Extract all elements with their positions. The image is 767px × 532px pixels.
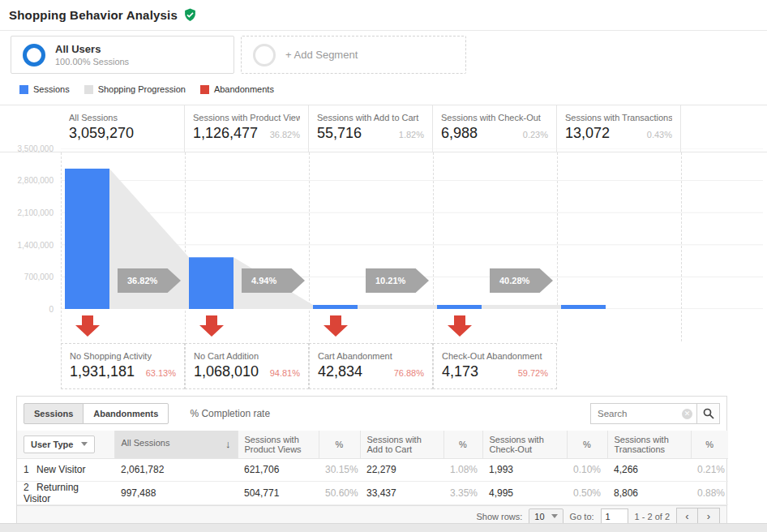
tab-abandonments[interactable]: Abandonments [83,403,169,424]
add-to-cart-pct: 3.35% [443,481,482,504]
add-to-cart-pct: 1.08% [443,458,482,481]
add-segment-ring-icon [253,44,276,66]
title-bar: Shopping Behavior Analysis [0,0,767,31]
table-tabs-bar: Sessions Abandonments % Completion rate … [17,397,726,431]
table-row: 2Returning Visitor 997,488 504,771 50.60… [17,481,728,504]
product-views-value: 504,771 [238,481,319,504]
progression-arrow-2: 4.94% [242,268,305,293]
abandon-no-shopping-activity: No Shopping Activity 1,931,18163.13% [61,343,185,389]
pagination-range: 1 - 2 of 2 [635,512,670,521]
goto-label: Go to: [570,512,594,521]
segment-ring-icon [23,44,45,66]
add-segment-button[interactable]: + Add Segment [241,36,466,74]
legend-abandonments-swatch-icon [200,85,209,94]
product-views-pct: 50.60% [319,481,360,504]
add-to-cart-value: 22,279 [360,458,443,481]
sort-descending-icon[interactable]: ↓ [225,438,231,450]
abandon-cart-abandonment: Cart Abandonment 42,83476.88% [309,343,433,389]
show-rows-label: Show rows: [477,512,523,521]
legend-abandonments: Abandonments [200,84,274,94]
column-header-percent[interactable]: % [443,431,482,458]
legend-sessions: Sessions [19,84,70,94]
stage-all-sessions: All Sessions 3,059,270 [61,105,185,152]
shopping-behavior-page: Shopping Behavior Analysis All Users 100… [0,0,767,532]
user-type-value: New Visitor [36,464,85,475]
progression-arrow-3: 10.21% [366,268,429,293]
transactions-value: 4,266 [607,458,691,481]
column-header-transactions[interactable]: Sessions with Transactions [607,431,691,458]
column-header-add-to-cart[interactable]: Sessions with Add to Cart [360,431,443,458]
column-header-product-views[interactable]: Sessions with Product Views [238,431,319,458]
table-row: 1New Visitor 2,061,782 621,706 30.15% 22… [17,458,728,481]
progression-arrow-4: 40.28% [490,268,553,293]
stage-product-views: Sessions with Product Views 1,126,47736.… [185,105,309,152]
column-header-all-sessions[interactable]: All Sessions↓ [114,431,238,458]
y-axis-tick: 1,400,000 [0,241,54,250]
y-axis-tick: 700,000 [0,272,54,281]
search-input[interactable] [598,409,682,418]
abandon-check-out-abandonment: Check-Out Abandonment 4,17359.72% [433,343,557,389]
funnel-stage-header-row: All Sessions 3,059,270 Sessions with Pro… [0,105,767,152]
check-out-value: 1,993 [482,458,567,481]
add-to-cart-value: 33,437 [360,481,443,504]
clear-search-icon[interactable]: ✕ [682,409,692,419]
tab-sessions[interactable]: Sessions [24,403,84,424]
transactions-pct: 0.88% [691,481,728,504]
segment-detail: 100.00% Sessions [55,57,129,66]
all-sessions-value: 997,488 [114,481,238,504]
segment-all-users[interactable]: All Users 100.00% Sessions [11,36,234,74]
column-header-percent[interactable]: % [691,431,728,458]
check-out-pct: 0.50% [567,481,607,504]
y-axis-tick: 3,500,000 [0,144,54,153]
legend-progression-swatch-icon [84,85,93,94]
stage-add-to-cart: Sessions with Add to Cart 55,7161.82% [309,105,433,152]
product-views-pct: 30.15% [319,458,360,481]
chart-legend: Sessions Shopping Progression Abandonmen… [19,84,274,94]
data-table-widget: Sessions Abandonments % Completion rate … [16,396,727,528]
stage-transactions: Sessions with Transactions 13,0720.43% [557,105,681,152]
abandon-no-cart-addition: No Cart Addition 1,068,01094.81% [185,343,309,389]
search-button[interactable] [697,403,720,424]
y-axis-tick: 2,100,000 [0,208,54,217]
goto-page-input[interactable] [601,508,628,525]
abandonment-down-arrow-icon [199,315,225,337]
legend-sessions-swatch-icon [19,85,28,94]
column-header-check-out[interactable]: Sessions with Check-Out [482,431,567,458]
check-out-value: 4,995 [482,481,567,504]
transactions-value: 8,806 [607,481,691,504]
y-axis-tick: 2,800,000 [0,176,54,185]
show-rows-select[interactable]: 10 [529,508,563,525]
behavior-table: User Type All Sessions↓ Sessions with Pr… [17,431,728,505]
column-header-percent[interactable]: % [319,431,360,458]
search-icon [703,408,714,419]
all-sessions-value: 2,061,782 [114,458,238,481]
add-segment-label: + Add Segment [285,49,358,61]
progression-arrow-1: 36.82% [118,268,181,293]
chevron-down-icon [551,514,558,518]
tab-completion-rate[interactable]: % Completion rate [190,408,270,419]
segment-name: All Users [55,43,129,55]
column-header-user-type[interactable]: User Type [17,431,114,458]
legend-shopping-progression: Shopping Progression [84,84,186,94]
check-out-pct: 0.10% [567,458,607,481]
table-header-row: User Type All Sessions↓ Sessions with Pr… [17,431,728,458]
search-box: ✕ [590,403,697,424]
abandonment-down-arrow-icon [447,315,473,337]
product-views-value: 621,706 [238,458,319,481]
verified-shield-icon [183,8,197,22]
y-axis-tick: 0 [0,305,54,314]
page-title: Shopping Behavior Analysis [9,8,178,22]
abandonment-down-arrow-icon [323,315,349,337]
chevron-down-icon [81,442,88,446]
page-bottom-strip [0,523,767,532]
transactions-pct: 0.21% [691,458,728,481]
stage-check-out: Sessions with Check-Out 6,9880.23% [433,105,557,152]
column-header-percent[interactable]: % [567,431,607,458]
abandonment-down-arrow-icon [75,315,101,337]
